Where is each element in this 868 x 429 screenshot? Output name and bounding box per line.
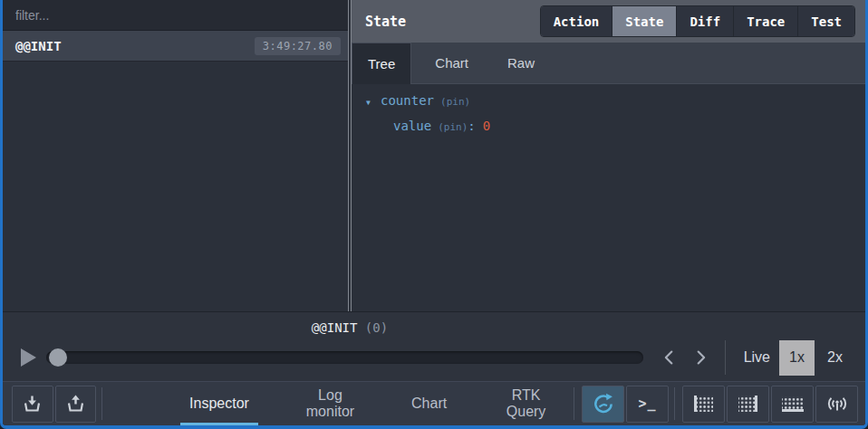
tree-node-counter[interactable]: ▼ counter (pin) — [366, 93, 865, 119]
play-button[interactable] — [15, 346, 39, 369]
view-subtab-row: Tree Chart Raw — [352, 43, 865, 84]
tab-action[interactable]: Action — [541, 6, 612, 36]
bottom-toolbar: Inspector Log monitor Chart RTK Query >_ — [3, 381, 865, 425]
action-name: @@INIT — [15, 39, 62, 53]
playback-controls: Live 1x 2x — [3, 334, 865, 381]
tab-diff[interactable]: Diff — [676, 6, 733, 36]
remote-broadcast-icon — [825, 392, 849, 415]
subtab-raw[interactable]: Raw — [492, 43, 550, 83]
tab-chart[interactable]: Chart — [402, 382, 456, 425]
tab-trace[interactable]: Trace — [733, 6, 797, 36]
subtab-tree[interactable]: Tree — [352, 43, 411, 84]
tab-rtk-query[interactable]: RTK Query — [484, 382, 568, 425]
chevron-left-icon — [660, 348, 680, 367]
toolbar-right-icons: >_ — [568, 386, 858, 423]
main-area: @@INIT 3:49:27.80 State Action State Dif… — [3, 0, 865, 311]
tab-inspector[interactable]: Inspector — [180, 382, 258, 425]
tree-pin-tag: (pin) — [438, 121, 468, 133]
tree-node-value[interactable]: value (pin) : 0 — [366, 119, 865, 144]
state-header: State Action State Diff Trace Test — [352, 0, 865, 43]
pause-recording-icon — [592, 392, 615, 415]
tree-pin-tag: (pin) — [440, 96, 470, 108]
action-list-panel: @@INIT 3:49:27.80 — [3, 0, 348, 311]
step-forward-button[interactable] — [685, 348, 716, 367]
current-action-name: @@INIT — [312, 320, 358, 335]
import-button[interactable] — [12, 386, 53, 423]
inspector-tab-group: Action State Diff Trace Test — [540, 5, 855, 37]
tab-log-monitor[interactable]: Log monitor — [286, 382, 374, 425]
dispatcher-button[interactable]: >_ — [626, 386, 669, 423]
action-timestamp: 3:49:27.80 — [255, 37, 341, 55]
toolbar-divider — [574, 387, 574, 420]
export-icon — [64, 393, 87, 415]
expand-arrow-icon[interactable]: ▼ — [366, 99, 381, 107]
subtab-chart[interactable]: Chart — [420, 43, 484, 83]
layout-left-button[interactable] — [682, 386, 725, 423]
step-back-button[interactable] — [654, 348, 685, 367]
tab-state[interactable]: State — [612, 6, 676, 36]
tree-key[interactable]: value — [393, 119, 431, 133]
tree-value: 0 — [483, 119, 490, 133]
speed-2x-button[interactable]: 2x — [817, 340, 853, 376]
layout-bottom-icon — [782, 396, 804, 412]
dispatcher-icon: >_ — [638, 396, 656, 412]
playback-section: @@INIT (0) Live 1x 2x — [3, 311, 865, 381]
toolbar-divider — [101, 387, 102, 420]
state-tree: ▼ counter (pin) value (pin) : 0 — [352, 84, 865, 311]
action-list-item[interactable]: @@INIT 3:49:27.80 — [3, 31, 348, 62]
chevron-right-icon — [690, 348, 710, 367]
filter-row — [3, 0, 348, 31]
timeline-slider[interactable] — [46, 351, 643, 364]
panel-title: State — [365, 14, 406, 30]
pause-recording-button[interactable] — [582, 386, 624, 423]
slider-thumb[interactable] — [49, 348, 67, 367]
toolbar-divider — [674, 387, 675, 420]
export-button[interactable] — [55, 386, 97, 423]
redux-devtools-window: @@INIT 3:49:27.80 State Action State Dif… — [0, 0, 868, 429]
current-action-label: @@INIT (0) — [43, 320, 657, 335]
state-panel: State Action State Diff Trace Test Tree … — [352, 0, 865, 311]
layout-right-button[interactable] — [727, 386, 769, 423]
import-icon — [21, 393, 43, 415]
tree-separator: : — [468, 119, 475, 133]
layout-left-icon — [694, 396, 713, 412]
speed-1x-button[interactable]: 1x — [779, 340, 815, 376]
controls-divider — [725, 340, 726, 375]
layout-bottom-button[interactable] — [771, 386, 814, 423]
remote-button[interactable] — [815, 386, 858, 423]
tree-key[interactable]: counter — [381, 93, 434, 108]
live-button[interactable]: Live — [744, 349, 770, 366]
current-action-index: (0) — [365, 320, 388, 335]
layout-right-icon — [738, 396, 757, 412]
filter-input[interactable] — [3, 0, 348, 30]
tab-test[interactable]: Test — [797, 6, 854, 36]
monitor-tabs: Inspector Log monitor Chart RTK Query — [180, 382, 568, 425]
